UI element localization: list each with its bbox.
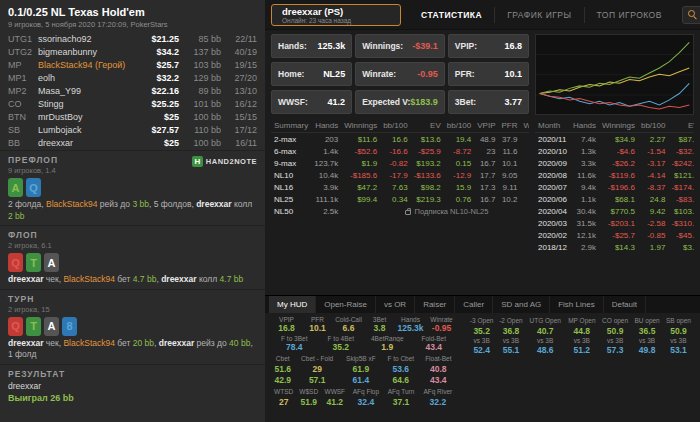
table-cell: -$32.3 <box>668 145 694 157</box>
graph-line-ev <box>540 68 690 94</box>
hud-position-header: SB open <box>663 316 694 325</box>
player-position: SB <box>8 124 38 137</box>
result-section: РЕЗУЛЬТАТ dreexxar Выиграл 26 bb <box>0 364 265 406</box>
table-cell: -$83.9 <box>668 193 694 205</box>
hud-table-header: AFq Turn <box>383 387 418 396</box>
player-bb: 137 bb <box>179 46 221 59</box>
player-row[interactable]: CO Stingg $25.25 101 bb 16/12 <box>0 98 265 111</box>
hud-table-value: 64.6 <box>382 374 420 385</box>
hud-stat-value: 78.4 <box>271 342 318 352</box>
hud-open-value: 36.8 <box>496 325 525 336</box>
hud-stat-label: Fold-Bet <box>411 335 458 342</box>
hud-stat: F to 3Bet 78.4 <box>271 335 318 352</box>
hud-table-value: 41.2 <box>321 396 348 407</box>
table-cell: -3.17 <box>638 157 668 169</box>
player-name: Masa_Y99 <box>38 85 137 98</box>
top-tab[interactable]: ТОП ИГРОКОВ <box>584 7 674 23</box>
table-cell: 2020/08 <box>535 169 570 181</box>
table-cell: -$203.1 <box>599 217 638 229</box>
table-row: 2020/117.4k$34.92.27$87.56.61 <box>535 133 694 146</box>
stat-tile-label: Home: <box>278 69 304 79</box>
table-header: Hands <box>570 119 599 133</box>
top-tab[interactable]: ГРАФИК ИГРЫ <box>494 7 583 23</box>
hud-tab[interactable]: Fish Lines <box>550 296 603 313</box>
table-cell: 2020/02 <box>535 229 570 241</box>
hud-tab-bar: My HUDOpen-Raisevs ORRaiserCallerSD and … <box>265 296 700 313</box>
hud-vs3b-label: vs 3B <box>599 336 631 344</box>
hud-table-header: F to Cbet <box>382 354 420 363</box>
table-row-locked[interactable]: NL50 2.5k Подписка NL10-NL25 <box>271 205 529 217</box>
hud-vs3b-value: 49.8 <box>631 344 663 355</box>
hud-tab[interactable]: Default <box>604 296 646 313</box>
search-box[interactable] <box>682 6 700 24</box>
table-cell: $13.6 <box>411 133 444 146</box>
player-row[interactable]: UTG1 ssorinacho92 $21.25 85 bb 22/11 <box>0 33 265 46</box>
player-row[interactable]: SB Lumbojack $27.57 110 bb 17/12 <box>0 124 265 137</box>
street-section: H HAND2NOTE ПРЕФЛОП 9 игроков, 1.4 AQ 2 … <box>0 150 265 225</box>
table-cell: -17.9 <box>380 169 410 181</box>
street-info: 2 игрока, 15 <box>8 305 257 314</box>
table-cell: 2.9k <box>570 241 599 253</box>
player-row[interactable]: UTG2 bigmeanbunny $34.2 137 bb 40/19 <box>0 46 265 59</box>
hud-stat-label: 4BetRange <box>364 335 411 342</box>
table-row: 2018/122.9k$14.31.97$3.30.46 <box>535 241 694 253</box>
table-header: bb/100 <box>444 119 474 133</box>
hud-open-value: 35.2 <box>467 325 496 336</box>
hud-stat-value: 125.3k <box>395 323 426 333</box>
hud-table-value: 40.8 <box>420 363 457 374</box>
hud-position-header: -2 Open <box>496 316 525 325</box>
table-cell: -8.37 <box>638 181 668 193</box>
player-bb: 101 bb <box>179 98 221 111</box>
player-row[interactable]: MP2 Masa_Y99 $22.16 89 bb 13/10 <box>0 85 265 98</box>
top-tab[interactable]: СТАТИСТИКА <box>409 7 494 23</box>
hud-table-value: 32.4 <box>348 396 383 407</box>
player-button[interactable]: dreexxar (PS) Онлайн: 23 часа назад <box>271 4 401 26</box>
hud-tab[interactable]: SD and AG <box>493 296 550 313</box>
topbar: dreexxar (PS) Онлайн: 23 часа назад СТАТ… <box>265 0 700 30</box>
player-position: MP <box>8 59 38 72</box>
hud-table-value: 29 <box>294 363 340 374</box>
hud-table-value: 61.9 <box>340 363 382 374</box>
table-cell: 10.1 <box>498 157 520 169</box>
hud-row-1: VPIP 16.8 PFR 10.1 Cold-Call 6.6 3Bet 3.… <box>271 316 457 333</box>
hud-stat-label: Hands <box>395 316 426 323</box>
player-button-status: Онлайн: 23 часа назад <box>282 17 390 24</box>
lock-icon <box>405 210 411 215</box>
table-cell: 10.2 <box>498 193 520 205</box>
stats-panel: dreexxar (PS) Онлайн: 23 часа назад СТАТ… <box>265 0 700 422</box>
player-row[interactable]: BB dreexxar $25 100 bb 16/11 <box>0 137 265 150</box>
table-cell: $68.1 <box>599 193 638 205</box>
player-row[interactable]: MP1 eolh $32.2 129 bb 27/20 <box>0 72 265 85</box>
hud-tab[interactable]: Raiser <box>415 296 455 313</box>
table-cell: -$174.9 <box>668 181 694 193</box>
hud-position-header: BU open <box>631 316 663 325</box>
hud-table-value: 57.1 <box>294 374 340 385</box>
table-cell: 17.7 <box>474 169 498 181</box>
hud-tab[interactable]: Open-Raise <box>316 296 376 313</box>
hud-vs3b-value: 53.1 <box>663 344 694 355</box>
hud-vs3b-value: 55.1 <box>496 344 525 355</box>
street-title: ФЛОП <box>8 230 257 240</box>
hud-tab[interactable]: My HUD <box>269 296 316 313</box>
hud-table-value: 32.2 <box>419 396 457 407</box>
player-row[interactable]: MP BlackStack94 (Герой) $25.7 103 bb 19/… <box>0 59 265 72</box>
table-header: bb/100 <box>380 119 410 133</box>
hud-tab[interactable]: vs OR <box>376 296 415 313</box>
hud-vs3b-value: 51.2 <box>565 344 599 355</box>
hud-tab[interactable]: Caller <box>455 296 493 313</box>
stat-tile-value: -0.95 <box>417 69 438 79</box>
player-stack: $34.2 <box>137 46 179 59</box>
stat-tile-value: 10.1 <box>504 69 522 79</box>
hud-table-header: WTSD <box>271 387 296 396</box>
table-header: bb/100 <box>638 119 668 133</box>
player-bb: 110 bb <box>179 124 221 137</box>
table-cell: 123.7k <box>311 157 341 169</box>
hud-open-value: 50.9 <box>599 325 631 336</box>
hud-position-header: UTG Open <box>526 316 565 325</box>
hud-open-value: 44.8 <box>565 325 599 336</box>
winnings-graph <box>536 35 693 114</box>
player-stack: $25 <box>137 111 179 124</box>
hud-table-header: Float-Bet <box>420 354 457 363</box>
player-row[interactable]: BTN mrDustBoy $25 100 bb 15/15 <box>0 111 265 124</box>
hud-table-header: AFq River <box>419 387 457 396</box>
